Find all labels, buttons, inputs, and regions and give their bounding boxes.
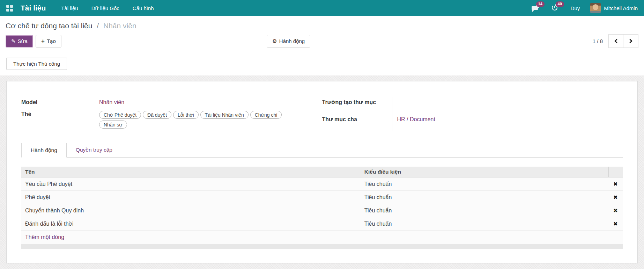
action-menu-button[interactable]: ⚙ Hành động [267,35,310,48]
tag-pill: Lỗi thời [173,111,199,119]
pencil-icon: ✎ [11,38,16,44]
navbar-right: 14 40 Duy Mitchell Admin [532,3,638,13]
tag-pill: Chứng chỉ [250,111,282,119]
manual-run-button[interactable]: Thực hiện Thủ công [6,58,67,70]
table-row[interactable]: Phê duyệt Tiêu chuẩn ✖ [21,191,623,204]
tags-field-label: Thẻ [21,109,94,131]
user-menu[interactable]: Mitchell Admin [590,3,638,13]
user-name: Mitchell Admin [604,5,638,11]
messages-count-badge: 14 [536,1,545,7]
column-header-name[interactable]: Tên [21,167,361,177]
field-group-right: Trường tạo thư mục Thư mục cha HR / Docu… [322,97,623,131]
tag-pill: Nhân sự [99,121,127,129]
messages-icon[interactable]: 14 [532,4,541,12]
top-navbar: Tài liệu Tài liệu Dữ liệu Gốc Cấu hình 1… [0,0,644,16]
delete-row-icon[interactable]: ✖ [608,217,623,230]
breadcrumb-current: Nhân viên [103,22,136,30]
row-name-cell: Phê duyệt [21,191,361,204]
action-button-label: Hành động [279,38,305,44]
company-switcher[interactable]: Duy [571,5,580,11]
delete-row-icon[interactable]: ✖ [608,191,623,204]
tag-list: Chờ Phê duyệt Đã duyệt Lỗi thời Tài liệu… [99,111,301,129]
chevron-right-icon [628,39,632,43]
main-menu: Tài liệu Dữ liệu Gốc Cấu hình [61,3,154,13]
app-title[interactable]: Tài liệu [21,4,46,12]
form-view-background: Model Nhân viên Thẻ Chờ Phê duyệt Đã duy… [0,75,644,269]
parent-folder-link[interactable]: HR / Document [397,116,435,122]
parent-folder-label: Thư mục cha [322,114,392,131]
row-condition-cell: Tiêu chuẩn [361,191,608,204]
apps-grid-icon[interactable] [6,5,13,12]
pager: 1 / 8 [593,34,638,48]
row-name-cell: Chuyển thành Quy định [21,204,361,217]
row-name-cell: Yêu cầu Phê duyệt [21,177,361,190]
form-statusbar: Thực hiện Thủ công [0,53,644,75]
action-menu-area: ⚙ Hành động [23,35,554,48]
delete-column-header [608,167,623,177]
folder-field-label: Trường tạo thư mục [322,97,392,114]
pager-next-button[interactable] [623,34,638,48]
menu-documents[interactable]: Tài liệu [61,3,78,13]
chat-bubble-icon [532,6,538,10]
add-row-label: Thêm một dòng [25,234,64,240]
table-header-row: Tên Kiểu điều kiện [21,167,623,177]
breadcrumb-separator: / [97,22,99,30]
row-condition-cell: Tiêu chuẩn [361,177,608,190]
table-row[interactable]: Yêu cầu Phê duyệt Tiêu chuẩn ✖ [21,177,623,191]
folder-field-value [392,97,623,114]
tab-access-rights[interactable]: Quyền truy cập [67,143,121,158]
form-sheet: Model Nhân viên Thẻ Chờ Phê duyệt Đã duy… [6,81,638,263]
breadcrumb: Cơ chế tự động tạo tài liệu / Nhân viên [6,20,638,34]
row-name-cell: Đánh dấu là lỗi thời [21,217,361,230]
notebook-tabs: Hành động Quyền truy cập [21,143,623,158]
row-condition-cell: Tiêu chuẩn [361,217,608,230]
parent-folder-value: HR / Document [392,114,623,131]
tags-field-value: Chờ Phê duyệt Đã duyệt Lỗi thời Tài liệu… [94,109,301,131]
breadcrumb-parent[interactable]: Cơ chế tự động tạo tài liệu [6,22,92,30]
field-groups: Model Nhân viên Thẻ Chờ Phê duyệt Đã duy… [21,97,623,131]
menu-master-data[interactable]: Dữ liệu Gốc [91,3,119,13]
pager-previous-button[interactable] [608,34,623,48]
table-footer-strip [21,244,623,249]
control-panel-buttons: ✎ Sửa + Tạo ⚙ Hành động 1 / 8 [6,34,638,53]
table-row[interactable]: Đánh dấu là lỗi thời Tiêu chuẩn ✖ [21,217,623,231]
row-condition-cell: Tiêu chuẩn [361,204,608,217]
field-group-left: Model Nhân viên Thẻ Chờ Phê duyệt Đã duy… [21,97,322,131]
tag-pill: Tài liệu Nhân viên [200,111,249,119]
gear-icon: ⚙ [272,38,277,44]
column-header-condition-type[interactable]: Kiểu điều kiện [361,167,608,177]
model-value-link[interactable]: Nhân viên [99,99,124,105]
pager-buttons [608,34,638,48]
model-field-label: Model [21,97,94,109]
chevron-left-icon [614,39,619,43]
delete-row-icon[interactable]: ✖ [608,177,623,190]
tag-pill: Chờ Phê duyệt [99,111,141,119]
delete-row-icon[interactable]: ✖ [608,204,623,217]
tag-pill: Đã duyệt [143,111,171,119]
control-panel: Cơ chế tự động tạo tài liệu / Nhân viên … [0,16,644,53]
menu-configuration[interactable]: Cấu hình [133,3,154,13]
add-row-link[interactable]: Thêm một dòng [21,231,623,244]
user-avatar [590,3,601,13]
activities-icon[interactable]: 40 [551,4,560,12]
tab-actions[interactable]: Hành động [21,143,67,158]
model-field-value: Nhân viên [94,97,301,109]
table-row[interactable]: Chuyển thành Quy định Tiêu chuẩn ✖ [21,204,623,217]
actions-list-table: Tên Kiểu điều kiện Yêu cầu Phê duyệt Tiê… [21,167,623,249]
activities-count-badge: 40 [556,1,564,7]
pager-value: 1 / 8 [593,38,603,44]
